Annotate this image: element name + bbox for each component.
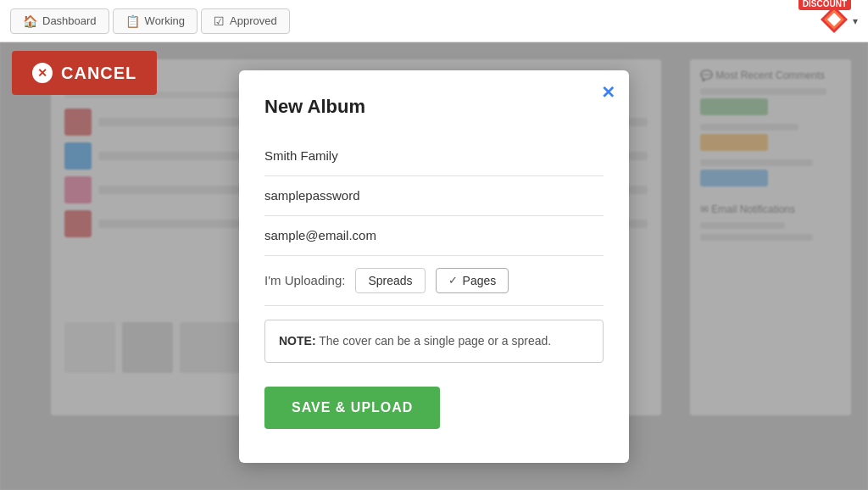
cancel-label: CANCEL (61, 64, 136, 83)
name-field: Smith Family (264, 136, 604, 176)
approved-icon: ☑ (214, 14, 225, 28)
logo-wrapper: DISCOUNT (819, 4, 849, 38)
tab-approved[interactable]: ☑ Approved (201, 8, 290, 34)
pages-label: Pages (463, 274, 497, 287)
cancel-x-icon: ✕ (32, 63, 53, 83)
note-bold: NOTE: (279, 334, 316, 348)
spreads-option-button[interactable]: Spreads (355, 268, 425, 293)
tab-approved-label: Approved (230, 14, 277, 27)
cancel-button[interactable]: ✕ CANCEL (12, 51, 157, 95)
tab-dashboard[interactable]: 🏠 Dashboard (10, 8, 109, 34)
logo-chevron-icon[interactable]: ▾ (853, 15, 858, 27)
password-value: samplepassword (264, 188, 360, 203)
working-icon: 📋 (125, 14, 140, 28)
note-text: The cover can be a single page or a spre… (316, 334, 552, 348)
spreads-label: Spreads (368, 274, 412, 287)
name-value: Smith Family (264, 148, 338, 163)
upload-label: I'm Uploading: (264, 273, 345, 287)
modal-overlay: ✕ New Album Smith Family samplepassword … (0, 42, 868, 490)
modal-close-button[interactable]: ✕ (601, 82, 615, 103)
tab-working[interactable]: 📋 Working (113, 8, 198, 34)
save-upload-button[interactable]: SAVE & UPLOAD (264, 387, 440, 429)
password-field: samplepassword (264, 176, 604, 216)
check-icon: ✓ (448, 274, 458, 287)
modal-close-icon: ✕ (601, 83, 615, 102)
new-album-modal: ✕ New Album Smith Family samplepassword … (239, 70, 629, 463)
discount-badge: DISCOUNT (798, 0, 851, 10)
email-value: sample@email.com (264, 228, 376, 242)
email-field: sample@email.com (264, 216, 604, 256)
dashboard-icon: 🏠 (23, 14, 37, 28)
top-nav: 🏠 Dashboard 📋 Working ☑ Approved DISCOUN… (0, 0, 868, 42)
tab-working-label: Working (145, 14, 185, 27)
modal-title: New Album (264, 96, 604, 118)
nav-logo: DISCOUNT ▾ (819, 4, 858, 38)
note-box: NOTE: The cover can be a single page or … (264, 320, 604, 363)
pages-option-button[interactable]: ✓ Pages (436, 268, 509, 293)
tab-dashboard-label: Dashboard (42, 14, 97, 27)
upload-type-row: I'm Uploading: Spreads ✓ Pages (264, 256, 604, 306)
